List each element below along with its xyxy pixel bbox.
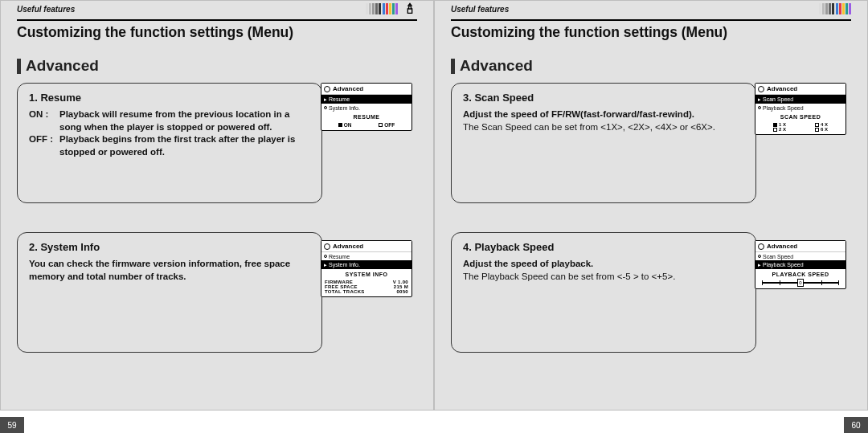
- playback-desc: Adjust the speed of playback. The Playba…: [463, 258, 744, 283]
- header-icons: [819, 3, 851, 14]
- kv-tracks: TOTAL TRACKS0050: [325, 289, 408, 294]
- slider-tick: [838, 280, 839, 285]
- section-heading-text: Advanced: [26, 57, 99, 75]
- checkbox-empty-icon: [815, 123, 819, 127]
- lcd-row-sysinfo: System Info.: [321, 104, 411, 112]
- dot-icon: [324, 106, 327, 109]
- content-left: 1. Resume ON : Playback will resume from…: [1, 83, 433, 353]
- page-inner-right: Useful features Customizing the function…: [434, 0, 868, 411]
- lcd-row-resume: ▸Resume: [321, 95, 411, 104]
- lcd-row-sysinfo: ▸System Info.: [321, 260, 411, 269]
- dot-icon: [758, 255, 761, 258]
- slider-tick: [821, 280, 822, 285]
- checkbox-filled-icon: [773, 123, 777, 127]
- lcd-resume: Advanced ▸Resume System Info. RESUME ON …: [321, 83, 412, 131]
- lcd-playback: Advanced Scan Speed ▸Playback Speed PLAY…: [755, 240, 846, 289]
- header-label: Useful features: [451, 5, 509, 14]
- off-label: OFF :: [29, 134, 53, 144]
- header-icons: [366, 2, 417, 16]
- grayscale-stripes-icon: [819, 3, 834, 14]
- opt-2x: 2 X: [773, 127, 786, 132]
- opt-6x: 6 X: [815, 127, 828, 132]
- playback-box: 4. Playback Speed Adjust the speed of pl…: [451, 232, 756, 353]
- grayscale-stripes-icon: [366, 3, 381, 14]
- lcd-row-scanspeed: Scan Speed: [755, 252, 845, 260]
- lcd-body: SYSTEM INFO FIRMWAREV 1.00 FREE SPACE215…: [321, 269, 411, 296]
- sysinfo-box: 2. System Info You can check the firmwar…: [17, 232, 322, 353]
- resume-box: 1. Resume ON : Playback will resume from…: [17, 83, 322, 203]
- lcd-heading: RESUME: [325, 114, 408, 120]
- section-heading-text: Advanced: [460, 57, 533, 75]
- page-right: Useful features Customizing the function…: [434, 0, 868, 433]
- spread: Useful features Customizing the function…: [0, 0, 868, 433]
- lcd-title: Advanced: [321, 84, 411, 95]
- lcd-row-resume: Resume: [321, 252, 411, 260]
- color-stripes-icon: [383, 3, 398, 14]
- resume-label: 1. Resume: [29, 92, 310, 104]
- header-right: Useful features: [435, 1, 867, 17]
- header-rule: [17, 19, 417, 21]
- header-rule: [451, 19, 851, 21]
- lcd-heading: SYSTEM INFO: [325, 272, 408, 277]
- globe-icon: [324, 243, 330, 250]
- arrow-right-icon: ▸: [324, 96, 327, 103]
- dot-icon: [758, 106, 761, 109]
- on-text: Playback will resume from the previous l…: [59, 109, 289, 132]
- scanspeed-box: 3. Scan Speed Adjust the speed of FF/RW(…: [451, 83, 756, 203]
- section-heading-left: Advanced: [17, 57, 417, 75]
- checkbox-empty-icon: [815, 128, 819, 132]
- lcd-row-scanspeed: ▸Scan Speed: [755, 95, 845, 104]
- on-label: ON :: [29, 109, 48, 119]
- slider-tick: [762, 280, 763, 285]
- lcd-title: Advanced: [321, 241, 411, 252]
- page-title-left: Customizing the function settings (Menu): [1, 24, 433, 41]
- header-left: Useful features: [1, 1, 433, 17]
- header-label: Useful features: [17, 5, 75, 14]
- checkbox-empty-icon: [379, 123, 383, 127]
- page-number-left: 59: [0, 417, 24, 433]
- arrow-right-icon: ▸: [324, 262, 327, 268]
- lcd-row-playback: Playback Speed: [755, 104, 845, 112]
- resume-desc: ON : Playback will resume from the previ…: [29, 108, 310, 158]
- opt-on: ON: [338, 122, 352, 128]
- sysinfo-label: 2. System Info: [29, 241, 310, 253]
- page-inner-left: Useful features Customizing the function…: [0, 0, 434, 411]
- scanspeed-desc: Adjust the speed of FF/RW(fast-forward/f…: [463, 108, 744, 133]
- playback-label: 4. Playback Speed: [463, 241, 744, 253]
- page-left: Useful features Customizing the function…: [0, 0, 434, 433]
- lcd-heading: PLAYBACK SPEED: [759, 272, 842, 277]
- grid-row-2: 2 X 6 X: [759, 127, 842, 132]
- lock-icon: [403, 2, 417, 16]
- playback-slider: 0: [759, 280, 842, 286]
- arrow-right-icon: ▸: [758, 262, 761, 268]
- page-title-right: Customizing the function settings (Menu): [435, 24, 867, 41]
- lcd-sysinfo: Advanced Resume ▸System Info. SYSTEM INF…: [321, 240, 412, 297]
- globe-icon: [758, 86, 764, 92]
- lcd-heading: SCAN SPEED: [759, 114, 842, 120]
- checkbox-empty-icon: [773, 128, 777, 132]
- lcd-options: ON OFF: [325, 122, 408, 128]
- globe-icon: [758, 243, 764, 250]
- arrow-right-icon: ▸: [758, 96, 761, 103]
- globe-icon: [324, 86, 330, 92]
- checkbox-filled-icon: [338, 123, 342, 127]
- lcd-scanspeed: Advanced ▸Scan Speed Playback Speed SCAN…: [755, 83, 846, 135]
- lcd-body: SCAN SPEED 1 X 4 X 2 X 6 X: [755, 112, 845, 134]
- scanspeed-label: 3. Scan Speed: [463, 92, 744, 104]
- slider-thumb: 0: [797, 279, 804, 287]
- section-heading-right: Advanced: [451, 57, 851, 75]
- dot-icon: [324, 255, 327, 258]
- lcd-title: Advanced: [755, 241, 845, 252]
- content-right: 3. Scan Speed Adjust the speed of FF/RW(…: [435, 83, 867, 353]
- lcd-title: Advanced: [755, 84, 845, 95]
- color-stripes-icon: [836, 3, 851, 14]
- slider-tick: [780, 280, 780, 285]
- sysinfo-desc: You can check the firmware version infor…: [29, 258, 310, 283]
- opt-off: OFF: [379, 122, 395, 128]
- off-text: Playback begins from the first track aft…: [59, 134, 295, 157]
- page-number-right: 60: [844, 417, 868, 433]
- lcd-body: PLAYBACK SPEED 0: [755, 269, 845, 288]
- lcd-body: RESUME ON OFF: [321, 112, 411, 130]
- lcd-row-playback: ▸Playback Speed: [755, 260, 845, 269]
